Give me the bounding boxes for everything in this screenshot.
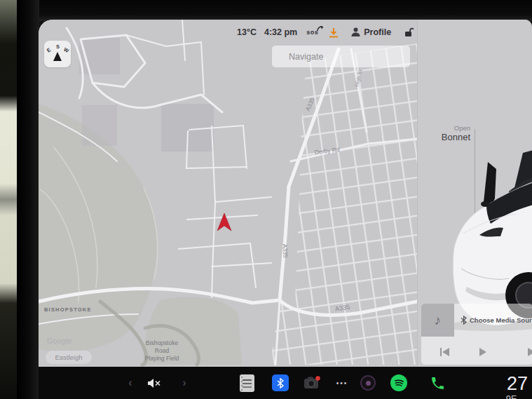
background-number: 27 <box>507 373 528 395</box>
spotify-icon <box>390 374 407 391</box>
volume-down-chevron[interactable]: ‹ <box>125 367 135 399</box>
clock: 4:32 pm <box>264 27 297 37</box>
dashcam-app-button[interactable] <box>303 367 321 399</box>
previous-track-icon[interactable] <box>439 348 450 356</box>
car-status-panel: Open Bonnet <box>417 20 532 367</box>
map[interactable]: A335 High St Derby Rd A335 A335 BISHOPST… <box>39 20 417 367</box>
sos-arc-icon <box>317 25 325 32</box>
compass-widget[interactable]: E S W <box>44 41 71 67</box>
bluetooth-rune-icon <box>277 378 284 388</box>
poi-line-3: Playing Field <box>145 355 179 362</box>
software-update-button[interactable] <box>329 27 339 38</box>
media-source-label: Choose Media Source <box>470 316 532 324</box>
play-icon[interactable] <box>478 347 487 357</box>
compass-letter-s: S <box>56 43 60 50</box>
city-pill-label: Eastleigh <box>55 353 82 361</box>
calendar-app-button[interactable] <box>239 367 254 399</box>
lock-button[interactable] <box>404 27 414 37</box>
city-pill-eastleigh: Eastleigh <box>46 351 92 364</box>
road-label-a335-mid: A335 <box>281 244 289 259</box>
map-attribution: Google <box>47 337 71 345</box>
bluetooth-app-button[interactable] <box>272 367 289 399</box>
album-art-placeholder[interactable]: ♪ <box>421 304 454 337</box>
unlocked-padlock-icon <box>404 27 414 37</box>
bluetooth-icon <box>461 316 467 325</box>
spotify-app-button[interactable] <box>390 367 408 399</box>
bluetooth-app-icon <box>272 374 289 391</box>
poi-line-1: Bishopstoke <box>146 339 179 346</box>
sos-roaming-indicator: sos <box>306 29 318 36</box>
bonnet-label: Bonnet <box>442 133 470 143</box>
camera-lens-icon <box>360 375 376 391</box>
sentry-lens-button[interactable] <box>360 367 376 399</box>
mute-button[interactable] <box>145 367 163 399</box>
calendar-icon <box>240 374 254 392</box>
volume-up-chevron[interactable]: › <box>179 367 189 399</box>
photo-frame: A335 High St Derby Rd A335 A335 BISHOPST… <box>0 0 532 399</box>
map-area-label: BISHOPSTOKE <box>44 306 92 313</box>
launcher-bar: ‹ › <box>39 367 532 399</box>
compass-needle-icon <box>53 52 62 61</box>
next-track-icon[interactable] <box>527 348 532 356</box>
muted-speaker-icon <box>147 378 161 388</box>
download-icon <box>329 27 339 38</box>
profile-button[interactable]: Profile <box>351 27 391 37</box>
poi-line-2: Road <box>155 347 170 354</box>
navigate-search-input[interactable] <box>287 51 403 62</box>
compass-letter-w: W <box>62 46 70 54</box>
music-note-icon: ♪ <box>435 313 442 328</box>
open-bonnet-button[interactable]: Open Bonnet <box>442 125 470 143</box>
background-environment-left <box>0 0 18 399</box>
background-number-partial: 9F <box>506 393 517 399</box>
person-icon <box>351 27 360 37</box>
navigate-search-bar[interactable] <box>272 46 410 67</box>
choose-media-source-button[interactable]: Choose Media Source <box>461 316 532 325</box>
camera-icon <box>303 376 320 390</box>
tesla-screen: A335 High St Derby Rd A335 A335 BISHOPST… <box>39 20 532 399</box>
map-canvas: A335 High St Derby Rd A335 A335 BISHOPST… <box>39 20 417 367</box>
media-player-card: ♪ Choose Media Source <box>421 304 532 365</box>
screen-bezel-top <box>17 0 532 21</box>
compass-letter-e: E <box>46 46 52 53</box>
spotify-waves-icon <box>393 377 404 388</box>
screen-bezel-left <box>17 0 39 399</box>
outside-temperature: 13°C <box>237 27 257 37</box>
more-apps-button[interactable]: ••• <box>333 367 351 399</box>
phone-icon <box>431 377 444 390</box>
phone-app-button[interactable] <box>428 367 446 399</box>
media-transport-controls <box>421 347 532 357</box>
profile-label: Profile <box>364 27 391 37</box>
